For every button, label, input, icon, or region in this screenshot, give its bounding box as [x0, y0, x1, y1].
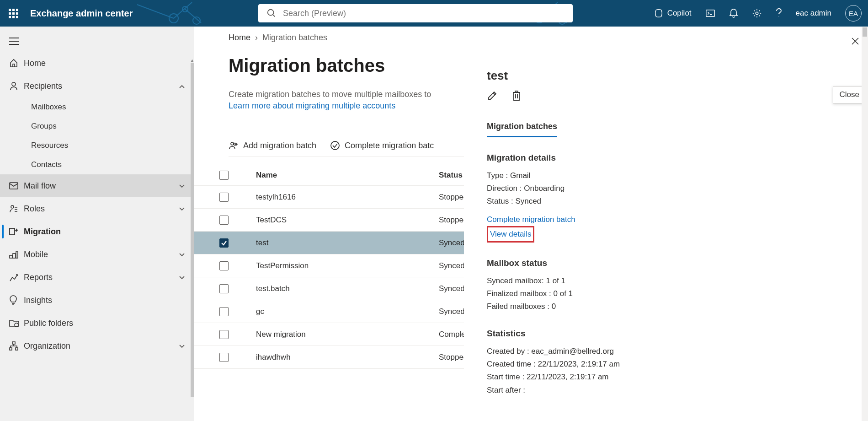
panel-actions	[487, 90, 862, 103]
svg-rect-16	[10, 348, 12, 350]
panel-tab[interactable]: Migration batches	[487, 122, 557, 137]
delete-icon	[511, 90, 522, 101]
svg-point-3	[756, 12, 758, 15]
close-button[interactable]	[851, 37, 860, 47]
toolbar-label: Add migration batch	[243, 141, 316, 151]
row-checkbox[interactable]	[219, 238, 229, 248]
svg-rect-2	[706, 10, 714, 17]
svg-point-7	[12, 82, 16, 86]
organization-icon	[9, 341, 24, 351]
delete-button[interactable]	[511, 90, 522, 103]
breadcrumb-current: Migration batches	[262, 33, 327, 43]
stat-start-time: Start time : 22/11/2023, 2:19:17 am	[487, 371, 862, 383]
row-checkbox[interactable]	[219, 353, 229, 362]
sidebar-item-recipients[interactable]: Recipients	[0, 75, 194, 97]
label-status: Status :	[487, 197, 515, 205]
mailbox-status-heading: Mailbox status	[487, 258, 862, 268]
edit-button[interactable]	[487, 90, 498, 103]
sidebar-item-migration[interactable]: Migration	[0, 220, 194, 243]
copilot-icon	[654, 8, 664, 18]
sidebar-item-label: Home	[24, 59, 46, 68]
sidebar-item-label: Reports	[24, 273, 53, 282]
add-migration-batch-button[interactable]: Add migration batch	[229, 140, 316, 151]
home-icon	[9, 59, 24, 68]
sidebar-item-mobile[interactable]: Mobile	[0, 243, 194, 266]
settings-icon[interactable]	[752, 8, 762, 18]
sidebar-item-mailflow[interactable]: Mail flow	[0, 174, 194, 197]
row-checkbox[interactable]	[219, 284, 229, 293]
cell-name: ihawdhwh	[256, 353, 439, 362]
mail-icon	[9, 182, 24, 189]
close-tooltip: Close	[833, 86, 866, 103]
reports-icon	[9, 273, 24, 282]
roles-icon	[9, 204, 24, 213]
sidebar-sub-contacts[interactable]: Contacts	[0, 155, 194, 174]
cell-name: test	[256, 238, 439, 248]
sidebar-item-label: Organization	[24, 341, 70, 351]
sidebar-item-roles[interactable]: Roles	[0, 197, 194, 220]
sidebar-sub-mailboxes[interactable]: Mailboxes	[0, 97, 194, 117]
complete-migration-batch-button[interactable]: Complete migration batc	[330, 140, 434, 151]
complete-migration-link[interactable]: Complete migration batch	[487, 215, 575, 224]
select-all-checkbox[interactable]	[219, 171, 229, 180]
sidebar-item-label: Mobile	[24, 250, 48, 259]
svg-rect-15	[12, 342, 15, 344]
cell-name: TestDCS	[256, 216, 439, 225]
search-wrap	[258, 4, 573, 22]
col-name[interactable]: Name	[256, 171, 439, 180]
waffle-icon	[9, 9, 18, 18]
svg-rect-8	[10, 183, 18, 189]
cloud-shell-icon[interactable]	[705, 9, 715, 18]
user-label[interactable]: eac admin	[796, 9, 831, 18]
copilot-label: Copilot	[667, 9, 692, 18]
synced-mailbox: Synced mailbox: 1 of 1	[487, 275, 862, 287]
sidebar-item-publicfolders[interactable]: Public folders	[0, 312, 194, 335]
sidebar-item-home[interactable]: Home	[0, 52, 194, 75]
toolbar-label: Complete migration batc	[345, 141, 434, 151]
sidebar-item-label: Public folders	[24, 318, 73, 328]
label-type: Type :	[487, 171, 510, 180]
row-checkbox[interactable]	[219, 330, 229, 339]
svg-rect-13	[16, 252, 18, 258]
svg-point-20	[331, 141, 339, 150]
finalized-mailbox: Finalized mailbox : 0 of 1	[487, 287, 862, 300]
svg-point-9	[11, 205, 14, 208]
sidebar-sub-resources[interactable]: Resources	[0, 136, 194, 155]
svg-rect-12	[13, 254, 16, 258]
sidebar-item-reports[interactable]: Reports	[0, 266, 194, 289]
chevron-down-icon	[179, 181, 185, 191]
migration-icon	[9, 227, 24, 236]
label-direction: Direction :	[487, 184, 524, 193]
cell-name: testylh1616	[256, 193, 439, 202]
value-status: Synced	[515, 197, 541, 205]
row-checkbox[interactable]	[219, 261, 229, 270]
notifications-icon[interactable]	[729, 8, 738, 18]
help-icon[interactable]	[776, 8, 782, 18]
check-circle-icon	[330, 140, 340, 151]
search-input[interactable]	[283, 9, 564, 18]
sidebar-sub-groups[interactable]: Groups	[0, 117, 194, 136]
nav-collapse-button[interactable]	[0, 32, 194, 52]
failed-mailboxes: Failed mailboxes : 0	[487, 300, 862, 313]
row-checkbox[interactable]	[219, 216, 229, 225]
sidebar-item-organization[interactable]: Organization	[0, 335, 194, 357]
sidebar-item-label: Insights	[24, 296, 52, 305]
app-launcher[interactable]	[0, 9, 27, 18]
stat-start-after: Start after :	[487, 384, 862, 397]
sidebar-item-insights[interactable]: Insights	[0, 289, 194, 312]
row-checkbox[interactable]	[219, 193, 229, 202]
sidebar: Home Recipients Mailboxes Groups Resourc…	[0, 27, 194, 421]
detail-panel: Close test Migration batches Migration d…	[464, 27, 862, 421]
cell-name: gc	[256, 307, 439, 316]
copilot-button[interactable]: Copilot	[654, 8, 692, 18]
search-box[interactable]	[258, 4, 573, 22]
sidebar-item-label: Mail flow	[24, 181, 56, 191]
main-content: Home › Migration batches Migration batch…	[194, 27, 868, 421]
svg-rect-10	[10, 228, 15, 235]
breadcrumb-home[interactable]: Home	[229, 33, 250, 43]
view-details-link[interactable]: View details	[490, 230, 531, 238]
avatar[interactable]: EA	[845, 5, 862, 22]
row-checkbox[interactable]	[219, 307, 229, 316]
sidebar-scrollbar[interactable]	[191, 63, 194, 397]
page-scrollbar[interactable]	[862, 27, 868, 421]
